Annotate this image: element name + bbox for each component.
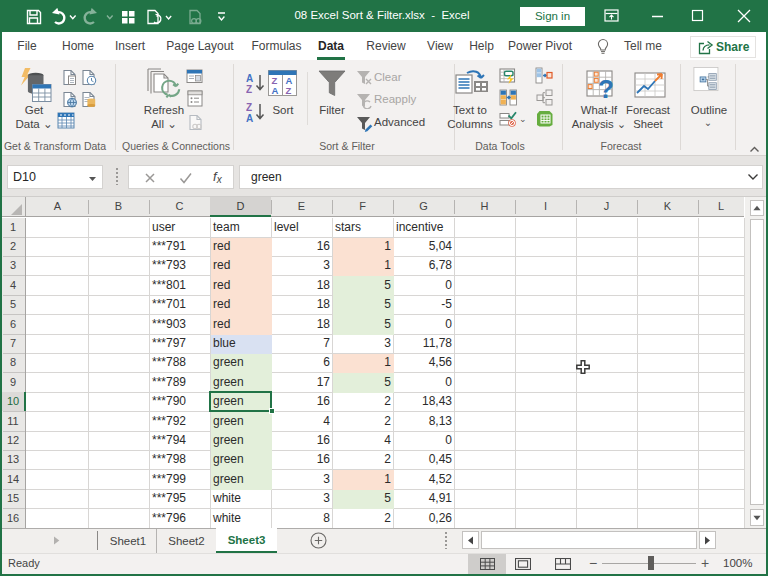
svg-text:A: A: [272, 85, 279, 96]
svg-text:A: A: [246, 73, 253, 84]
svg-text:Z: Z: [246, 102, 252, 113]
svg-text:?: ?: [598, 74, 614, 102]
svg-text:Z: Z: [286, 85, 292, 96]
svg-text:A: A: [246, 113, 253, 123]
svg-text:Z: Z: [246, 84, 252, 94]
